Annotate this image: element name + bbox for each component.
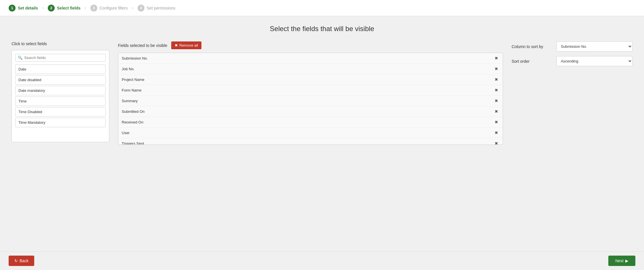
remove-field-button-0[interactable]: ✖ [494,55,499,61]
breadcrumb-arrow-2: › [85,5,86,11]
selected-field-label: Form Name [122,88,142,92]
right-panel: Column to sort by Submission No. Job No.… [512,41,632,71]
selected-field-form-name: Form Name ✖ [118,85,503,96]
selected-field-label: Summary [122,99,138,103]
field-item-date[interactable]: Date [15,64,106,74]
field-item-date-disabled[interactable]: Date disabled [15,75,106,85]
remove-field-button-5[interactable]: ✖ [494,109,499,114]
remove-field-button-8[interactable]: ✖ [494,140,499,145]
selected-field-submitted-on: Submitted On ✖ [118,106,503,117]
remove-field-button-2[interactable]: ✖ [494,77,499,82]
next-label: Next [615,258,624,263]
main-content: Select the fields that will be visible C… [0,16,644,251]
back-icon: ↻ [14,258,18,263]
step-number-4: 4 [138,5,144,12]
breadcrumb-arrow-3: › [132,5,134,11]
column-sort-select[interactable]: Submission No. Job No. Project Name Form… [557,41,632,52]
remove-field-button-7[interactable]: ✖ [494,130,499,136]
next-icon: ▶ [625,258,628,263]
fields-selected-header: Fields selected to be visible ✖ Remove a… [118,41,503,49]
middle-panel: Fields selected to be visible ✖ Remove a… [118,41,503,145]
breadcrumb-arrow-1: › [42,5,44,11]
back-label: Back [20,258,28,263]
sort-order-row: Sort order Ascending Descending [512,56,632,66]
field-item-date-mandatory[interactable]: Date mandatory [15,86,106,95]
selected-field-submission-no: Submission No. ✖ [118,53,503,64]
footer-bar: ↻ Back Next ▶ [0,251,644,270]
selected-field-label: Submission No. [122,56,148,60]
selected-field-summary: Summary ✖ [118,96,503,106]
next-button[interactable]: Next ▶ [608,256,635,266]
field-item-time-disabled[interactable]: Time Disabled [15,107,106,117]
step-label-4: Set permissions [147,6,176,10]
selected-field-received-on: Received On ✖ [118,117,503,128]
breadcrumb-step-3[interactable]: 3 Configure filters [87,0,131,16]
column-sort-row: Column to sort by Submission No. Job No.… [512,41,632,52]
selected-fields-list: Submission No. ✖ Job No. ✖ Project Name … [118,53,503,145]
content-layout: Click to select fields 🔍 Date Date disab… [12,41,632,145]
left-panel: Click to select fields 🔍 Date Date disab… [12,41,109,142]
breadcrumb-step-1[interactable]: 1 Set details [6,0,41,16]
selected-field-project-name: Project Name ✖ [118,74,503,85]
selected-field-job-no: Job No. ✖ [118,64,503,74]
remove-all-icon: ✖ [175,43,178,47]
click-to-select-label: Click to select fields [12,41,109,46]
selected-field-label: Received On [122,120,143,124]
remove-field-button-4[interactable]: ✖ [494,98,499,104]
remove-field-button-6[interactable]: ✖ [494,119,499,125]
step-number-2: 2 [48,5,55,12]
selected-field-triggers-sent: Triggers Sent ✖ [118,138,503,145]
search-box[interactable]: 🔍 [15,54,106,62]
step-number-3: 3 [90,5,97,12]
breadcrumb-bar: 1 Set details › 2 Select fields › 3 Conf… [0,0,644,16]
step-number-1: 1 [9,5,16,12]
selected-field-label: Project Name [122,77,144,82]
field-item-time-mandatory[interactable]: Time Mandatory [15,118,106,127]
sort-order-label: Sort order [512,59,552,64]
scrollbar-wrapper: Submission No. ✖ Job No. ✖ Project Name … [118,53,503,145]
selected-field-label: Submitted On [122,109,145,114]
fields-selected-label: Fields selected to be visible [118,43,167,48]
selected-field-user: User ✖ [118,128,503,138]
back-button[interactable]: ↻ Back [9,256,34,266]
remove-field-button-3[interactable]: ✖ [494,87,499,93]
remove-all-label: Remove all [179,43,198,47]
sort-order-select[interactable]: Ascending Descending [557,56,632,66]
available-fields-list: Date Date disabled Date mandatory Time T… [15,64,106,127]
field-item-time[interactable]: Time [15,96,106,106]
search-input[interactable] [24,56,103,60]
search-icon: 🔍 [18,56,22,60]
column-sort-label: Column to sort by [512,44,552,49]
remove-all-button[interactable]: ✖ Remove all [171,41,201,49]
remove-field-button-1[interactable]: ✖ [494,66,499,72]
selected-field-label: User [122,131,129,135]
selected-field-label: Triggers Sent [122,141,144,145]
selected-field-label: Job No. [122,67,135,71]
step-label-3: Configure filters [100,6,128,10]
step-label-1: Set details [18,6,38,10]
step-label-2: Select fields [57,6,81,10]
page-title: Select the fields that will be visible [12,25,632,33]
breadcrumb-step-2[interactable]: 2 Select fields [45,0,83,16]
fields-panel: 🔍 Date Date disabled Date mandatory Time… [12,50,109,142]
breadcrumb-step-4[interactable]: 4 Set permissions [135,0,178,16]
